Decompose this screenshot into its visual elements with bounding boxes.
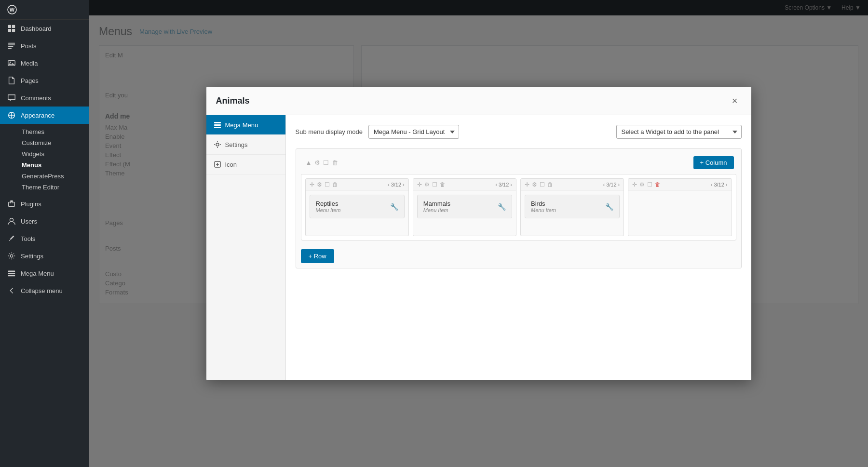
- col1-duplicate-icon[interactable]: ☐: [325, 181, 330, 188]
- col1-move-icon[interactable]: ✛: [310, 181, 314, 188]
- col4-settings-icon[interactable]: ⚙: [639, 181, 645, 188]
- svg-point-15: [10, 218, 13, 222]
- sidebar-item-posts[interactable]: Posts: [0, 37, 89, 54]
- col3-settings-icon[interactable]: ⚙: [532, 181, 537, 188]
- sidebar-subitem-menus[interactable]: Menus: [22, 160, 89, 171]
- sidebar-subitem-widgets[interactable]: Widgets: [22, 148, 89, 160]
- grid-columns: ✛ ⚙ ☐ 🗑 ‹ 3/12 ›: [305, 178, 732, 236]
- col3-shrink[interactable]: ‹: [603, 182, 605, 187]
- svg-point-16: [10, 254, 13, 257]
- col1-grow[interactable]: ›: [403, 182, 405, 187]
- plugins-icon: [7, 200, 16, 208]
- svg-rect-14: [9, 202, 15, 206]
- svg-rect-20: [214, 122, 221, 123]
- svg-rect-21: [214, 124, 221, 126]
- sidebar-item-appearance[interactable]: Appearance: [0, 107, 89, 124]
- tools-icon: [7, 234, 16, 243]
- reptiles-menu-item: Reptiles Menu Item 🔧: [310, 195, 405, 218]
- svg-rect-10: [8, 61, 15, 66]
- col3-move-icon[interactable]: ✛: [525, 181, 529, 188]
- col2-duplicate-icon[interactable]: ☐: [432, 181, 437, 188]
- sidebar-item-collapse[interactable]: Collapse menu: [0, 282, 89, 299]
- sidebar-item-dashboard[interactable]: Dashboard: [0, 20, 89, 37]
- sidebar-item-comments[interactable]: Comments: [0, 89, 89, 107]
- col2-grow[interactable]: ›: [510, 182, 512, 187]
- birds-edit-icon[interactable]: 🔧: [605, 203, 613, 211]
- tab-mega-menu[interactable]: Mega Menu: [206, 115, 285, 135]
- col1-settings-icon[interactable]: ⚙: [317, 181, 322, 188]
- modal: Animals × Mega Menu Settings: [206, 87, 751, 380]
- col2-settings-icon[interactable]: ⚙: [424, 181, 430, 188]
- row-delete-icon[interactable]: 🗑: [332, 159, 338, 166]
- column-2-header: ✛ ⚙ ☐ 🗑 ‹ 3/12 ›: [413, 179, 516, 191]
- birds-menu-item: Birds Menu Item 🔧: [525, 195, 620, 218]
- grid-column-3: ✛ ⚙ ☐ 🗑 ‹ 3/12 ›: [520, 178, 624, 236]
- row-move-icon[interactable]: ▲: [306, 159, 312, 166]
- sidebar-item-mega-menu[interactable]: Mega Menu: [0, 265, 89, 282]
- col2-size-label: 3/12: [499, 182, 509, 187]
- mega-menu-tab-icon: [214, 121, 221, 129]
- tab-settings[interactable]: Settings: [206, 135, 285, 155]
- sidebar: W Dashboard Posts Media Pages Comments A…: [0, 0, 89, 467]
- row-settings-icon[interactable]: ⚙: [314, 159, 320, 166]
- col3-size-label: 3/12: [606, 182, 616, 187]
- col4-grow[interactable]: ›: [726, 182, 728, 187]
- settings-tab-icon: [214, 141, 221, 148]
- sidebar-subitem-theme-editor[interactable]: Theme Editor: [22, 182, 89, 193]
- col1-delete-icon[interactable]: 🗑: [332, 181, 338, 188]
- col3-duplicate-icon[interactable]: ☐: [540, 181, 545, 188]
- posts-icon: [7, 41, 16, 50]
- col4-move-icon[interactable]: ✛: [632, 181, 637, 188]
- sidebar-item-pages[interactable]: Pages: [0, 72, 89, 89]
- col3-grow[interactable]: ›: [618, 182, 620, 187]
- col4-delete-icon[interactable]: 🗑: [655, 181, 661, 188]
- col4-duplicate-icon[interactable]: ☐: [647, 181, 652, 188]
- col2-controls: ✛ ⚙ ☐ 🗑: [417, 181, 446, 188]
- add-column-button[interactable]: + Column: [693, 156, 734, 169]
- sidebar-subitem-customize[interactable]: Customize: [22, 137, 89, 148]
- col3-size: ‹ 3/12 ›: [603, 182, 620, 187]
- col1-size-label: 3/12: [391, 182, 401, 187]
- birds-item-name: Birds: [531, 200, 556, 207]
- widget-select[interactable]: Select a Widget to add to the panel: [616, 125, 742, 139]
- sidebar-item-users[interactable]: Users: [0, 213, 89, 230]
- comments-icon: [7, 93, 16, 102]
- col2-shrink[interactable]: ‹: [495, 182, 497, 187]
- col1-body: Reptiles Menu Item 🔧: [306, 191, 408, 222]
- modal-body: Mega Menu Settings Icon: [206, 115, 751, 380]
- col4-shrink[interactable]: ‹: [711, 182, 713, 187]
- col3-body: Birds Menu Item 🔧: [521, 191, 624, 222]
- birds-item-info: Birds Menu Item: [531, 200, 556, 213]
- sidebar-item-tools[interactable]: Tools: [0, 230, 89, 247]
- modal-close-button[interactable]: ×: [728, 94, 742, 107]
- col4-body: [628, 191, 731, 199]
- row-duplicate-icon[interactable]: ☐: [323, 159, 329, 166]
- col4-size-label: 3/12: [714, 182, 724, 187]
- add-row-button[interactable]: + Row: [301, 249, 334, 263]
- sidebar-subitem-themes[interactable]: Themes: [22, 126, 89, 137]
- col3-delete-icon[interactable]: 🗑: [547, 181, 553, 188]
- dashboard-icon: [7, 24, 16, 33]
- sidebar-subitem-generatepress[interactable]: GeneratePress: [22, 171, 89, 182]
- col2-move-icon[interactable]: ✛: [417, 181, 422, 188]
- reptiles-edit-icon[interactable]: 🔧: [390, 203, 398, 211]
- controls-left: Sub menu display mode Mega Menu - Grid L…: [296, 125, 459, 139]
- sidebar-item-media[interactable]: Media: [0, 54, 89, 72]
- sidebar-label-dashboard: Dashboard: [21, 25, 52, 32]
- mammals-edit-icon[interactable]: 🔧: [498, 203, 506, 211]
- grid-column-2: ✛ ⚙ ☐ 🗑 ‹ 3/12 ›: [413, 178, 516, 236]
- sidebar-item-settings[interactable]: Settings: [0, 247, 89, 265]
- sidebar-label-posts: Posts: [21, 42, 37, 50]
- svg-rect-6: [8, 43, 15, 44]
- main-content: Screen Options ▼ Help ▼ Menus Manage wit…: [89, 0, 868, 467]
- megamenu-icon: [7, 269, 16, 278]
- sidebar-item-plugins[interactable]: Plugins: [0, 195, 89, 213]
- sub-menu-select[interactable]: Mega Menu - Grid Layout: [368, 125, 459, 139]
- svg-rect-3: [12, 25, 15, 28]
- col2-delete-icon[interactable]: 🗑: [440, 181, 446, 188]
- reptiles-item-name: Reptiles: [316, 200, 341, 207]
- col4-controls: ✛ ⚙ ☐ 🗑: [632, 181, 661, 188]
- tab-icon[interactable]: Icon: [206, 155, 285, 174]
- svg-point-11: [10, 62, 11, 63]
- col1-shrink[interactable]: ‹: [388, 182, 390, 187]
